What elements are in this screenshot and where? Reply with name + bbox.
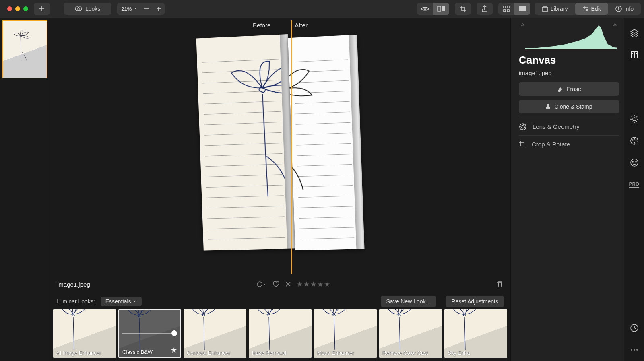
compare-button[interactable]	[433, 3, 449, 15]
filename-bar: image1.jpeg ★ ★ ★ ★ ★	[50, 275, 510, 293]
close-window[interactable]	[7, 6, 12, 11]
layers-tool[interactable]	[629, 27, 640, 39]
histogram[interactable]: △ △	[521, 22, 617, 49]
looks-button-label: Looks	[85, 6, 100, 12]
shadow-clip-indicator[interactable]: △	[521, 22, 524, 26]
eye-icon	[421, 6, 429, 12]
single-icon	[518, 6, 526, 12]
tab-library[interactable]: Library	[535, 3, 575, 15]
crop-icon	[519, 141, 526, 148]
sliders-icon	[582, 6, 589, 12]
star-2[interactable]: ★	[303, 280, 310, 289]
highlight-clip-indicator[interactable]: △	[613, 22, 617, 26]
look-card[interactable]: AI Image Enhancer	[53, 309, 116, 358]
crop-rotate-row[interactable]: Crop & Rotate	[519, 135, 619, 153]
clock-icon	[630, 324, 639, 332]
single-view-button[interactable]	[514, 3, 530, 15]
compare-view[interactable]: document.write(Array.from({length:18},(_…	[200, 36, 361, 250]
looks-strip: AI Image EnhancerClassic B&W★Contrast En…	[50, 309, 510, 361]
minimize-window[interactable]	[15, 6, 20, 11]
look-card[interactable]: Classic B&W★	[118, 309, 181, 358]
clone-label: Clone & Stamp	[554, 103, 592, 110]
star-3[interactable]: ★	[310, 280, 316, 289]
color-tag-button[interactable]	[256, 281, 267, 287]
save-look-button[interactable]: Save New Look...	[381, 296, 436, 307]
image-stage: document.write(Array.from({length:18},(_…	[50, 32, 510, 275]
main-area: Before After document.write(Array.from({…	[0, 18, 644, 361]
reject-button[interactable]	[285, 281, 291, 287]
circle-icon	[256, 281, 263, 287]
canvas-tool[interactable]	[629, 49, 640, 60]
pro-label: PRO	[629, 182, 639, 188]
svg-point-33	[631, 159, 638, 166]
svg-rect-9	[442, 6, 445, 11]
zoom-dropdown[interactable]: 21%	[117, 6, 140, 12]
look-intensity-slider[interactable]	[122, 333, 177, 334]
add-button[interactable]	[34, 3, 50, 15]
favorite-button[interactable]	[272, 281, 280, 287]
reset-label: Reset Adjustments	[451, 298, 498, 305]
crop-button[interactable]	[455, 3, 471, 15]
svg-rect-15	[542, 7, 548, 11]
plus-icon	[156, 6, 161, 12]
crop-label: Crop & Rotate	[532, 141, 570, 148]
zoom-in-button[interactable]	[153, 3, 165, 15]
chevron-up-icon	[134, 300, 137, 303]
look-card[interactable]: Contrast Enhancer	[184, 309, 246, 358]
color-tool[interactable]	[629, 135, 640, 146]
reset-adjustments-button[interactable]: Reset Adjustments	[446, 296, 504, 307]
look-label: Contrast Enhancer	[187, 350, 243, 356]
star-1[interactable]: ★	[297, 280, 303, 289]
svg-point-3	[78, 7, 82, 11]
share-icon	[481, 5, 488, 12]
clone-stamp-button[interactable]: Clone & Stamp	[519, 100, 619, 113]
look-label: Remove Color Cast	[382, 350, 439, 356]
zoom-value: 21%	[121, 6, 132, 12]
lens-geometry-row[interactable]: Lens & Geometry	[519, 118, 619, 135]
svg-point-24	[520, 124, 526, 130]
looks-button[interactable]: Looks	[64, 3, 111, 15]
star-4[interactable]: ★	[317, 280, 323, 289]
grid-icon	[503, 6, 510, 12]
look-card[interactable]: Haze Removal	[249, 309, 312, 358]
look-label: Haze Removal	[252, 350, 308, 356]
grid-view-button[interactable]	[498, 3, 514, 15]
quick-preview-button[interactable]	[417, 3, 433, 15]
star-5[interactable]: ★	[324, 280, 330, 289]
pro-tool[interactable]: PRO	[629, 179, 640, 190]
svg-point-22	[618, 7, 619, 8]
look-card[interactable]: Remove Color Cast	[379, 309, 442, 358]
look-label: Sky Enha	[448, 350, 504, 356]
look-favorite-icon[interactable]: ★	[171, 346, 177, 355]
tab-edit[interactable]: Edit	[575, 3, 608, 15]
zoom-out-button[interactable]	[140, 3, 153, 15]
more-tool[interactable]	[629, 344, 640, 355]
history-tool[interactable]	[629, 322, 640, 334]
histogram-chart	[521, 24, 617, 49]
trash-icon	[497, 281, 503, 288]
light-tool[interactable]	[629, 113, 640, 125]
portrait-tool[interactable]	[629, 157, 640, 168]
export-button[interactable]	[477, 3, 493, 15]
star-rating[interactable]: ★ ★ ★ ★ ★	[297, 280, 330, 289]
face-icon	[630, 158, 639, 167]
layers-icon	[630, 29, 639, 37]
svg-point-39	[636, 349, 638, 351]
look-card[interactable]: Mood Enhancer	[314, 309, 377, 358]
filmstrip-thumbnail[interactable]	[2, 20, 47, 78]
looks-category-dropdown[interactable]: Essentials	[101, 297, 142, 306]
eraser-icon	[557, 86, 563, 92]
window-controls	[3, 6, 32, 11]
tab-info[interactable]: Info	[608, 3, 641, 15]
compare-slider[interactable]	[291, 20, 292, 274]
maximize-window[interactable]	[23, 6, 28, 11]
lens-label: Lens & Geometry	[533, 123, 580, 130]
tab-edit-label: Edit	[591, 6, 601, 12]
look-label: Classic B&W	[122, 349, 177, 355]
svg-rect-11	[507, 6, 509, 8]
look-card[interactable]: Sky Enha	[444, 309, 507, 358]
erase-button[interactable]: Erase	[519, 82, 619, 96]
delete-button[interactable]	[497, 281, 503, 288]
plus-icon	[39, 6, 45, 12]
canvas-icon	[630, 50, 639, 59]
